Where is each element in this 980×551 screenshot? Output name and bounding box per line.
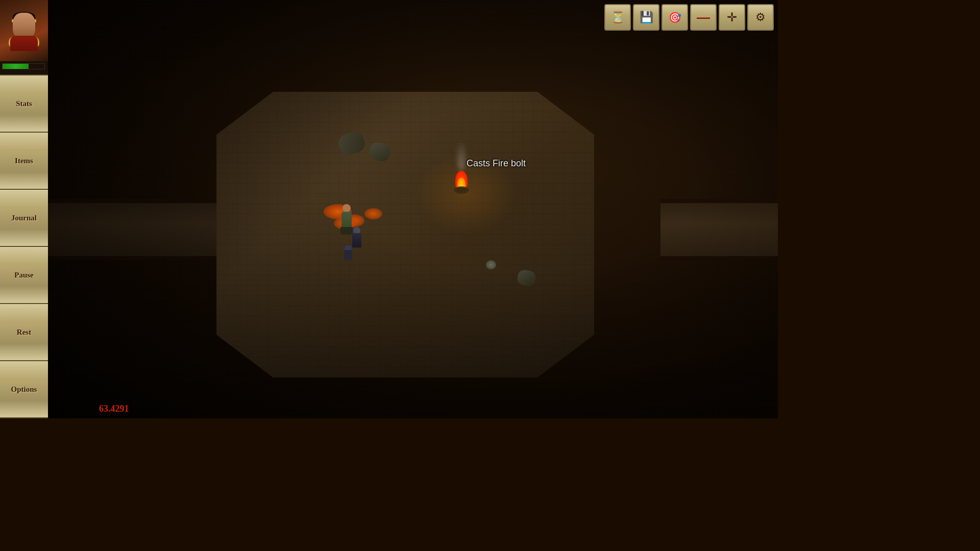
target-button[interactable]: 🎯 [662,4,688,31]
options-button[interactable]: Options [0,361,48,418]
minus-button[interactable]: — [690,4,717,31]
smoke-effect [457,140,465,171]
character-panel [0,0,48,76]
save-button[interactable]: 💾 [633,4,659,31]
campfire [451,168,472,194]
corridor-left [48,199,222,260]
dungeon-scene: Casts Fire bolt [48,0,778,418]
journal-button[interactable]: Journal [0,190,48,247]
hourglass-button[interactable]: ⏳ [604,4,631,31]
character-portrait [0,0,48,61]
minus-icon: — [697,10,710,26]
items-button[interactable]: Items [0,133,48,190]
settings-button[interactable]: ⚙ [747,4,774,31]
crosshair-icon: ✛ [727,10,737,24]
rest-button[interactable]: Rest [0,304,48,361]
health-bar-background [2,63,45,69]
health-bar [3,64,29,69]
small-enemy-body [344,250,352,260]
pause-button[interactable]: Pause [0,247,48,304]
gold-counter: 63.4291 [99,404,129,414]
rock-2 [336,129,367,158]
corridor-right [660,199,778,260]
char-head [13,13,35,38]
rock-1 [368,140,392,163]
gear-icon: ⚙ [755,11,766,24]
target-icon: 🎯 [669,11,681,23]
game-viewport[interactable]: Casts Fire bolt ⏳ 💾 🎯 — ✛ ⚙ 63.4291 [48,0,778,418]
stats-button[interactable]: Stats [0,76,48,133]
dungeon-room [216,92,594,378]
char-body [10,36,38,51]
sidebar: Stats Items Journal Pause Rest Options [0,0,48,418]
toolbar: ⏳ 💾 🎯 — ✛ ⚙ [604,4,774,31]
small-enemy [341,245,355,260]
fire-base [454,186,469,194]
fire-blob-3 [364,208,382,219]
player-head [342,204,351,212]
save-icon: 💾 [640,11,653,24]
dungeon-object [486,260,496,269]
health-bar-container [0,61,47,71]
crosshair-button[interactable]: ✛ [719,4,745,31]
character-face [9,10,39,51]
hourglass-icon: ⏳ [611,11,625,24]
rock-3 [517,269,537,287]
